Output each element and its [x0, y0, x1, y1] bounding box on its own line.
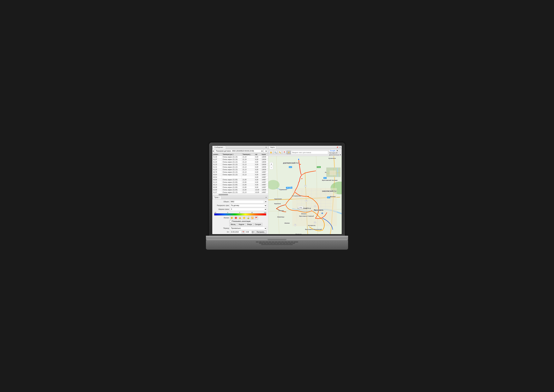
- key: [273, 243, 276, 244]
- cell-temp1: Очень жарко (21,00): [222, 186, 242, 189]
- map-close-icon[interactable]: ×: [339, 147, 341, 148]
- map-tool-marker[interactable]: 📍: [282, 151, 286, 154]
- map-label-kotoroslj: Которосль: [308, 225, 316, 226]
- map-tool-track[interactable]: ⚡: [287, 151, 291, 154]
- object-dropdown-icon[interactable]: ▼: [265, 201, 267, 203]
- icon-btn-5[interactable]: ⛳: [246, 216, 250, 220]
- from-cal-btn[interactable]: 📅: [242, 231, 244, 234]
- map-tool-ruler[interactable]: 📏: [278, 151, 282, 154]
- table-row[interactable]: 31,15 Очень жарко (21,13) 21,13 6,00 130…: [212, 168, 268, 171]
- map-type-arrow[interactable]: ▼: [336, 152, 338, 154]
- cell-temp1: [222, 176, 242, 178]
- messages-toolbar: ▶ Показания датчиков - 0002 (2019/05/23 …: [212, 149, 268, 153]
- road-badge-m8-1: М-8: [289, 166, 292, 168]
- cell-sat: 6,00: [254, 171, 261, 173]
- cell-inputs: 13039: [261, 158, 268, 161]
- period-select[interactable]: Произвольно: [230, 227, 267, 230]
- key: [264, 243, 267, 244]
- map-tool-zoom[interactable]: 🔍: [273, 151, 277, 154]
- table-row[interactable]: 32,00 Очень жарко (21,00) 21,00 10,00 13…: [212, 189, 268, 191]
- from-time-input[interactable]: [245, 231, 251, 234]
- table-row[interactable]: 30,56 Очень жарко (21,00) 21,00 6,00 140…: [212, 178, 268, 181]
- tracks-panel-arrow[interactable]: ▼: [265, 196, 268, 198]
- map-extra-label: Дополнительно: [329, 154, 339, 156]
- table-row[interactable]: 30,14 Очень жарко (21,00) 21,00 6,00 140…: [212, 183, 268, 186]
- map-label-kuznechikha: Кузнечихa: [328, 158, 336, 159]
- messages-filter-dropdown[interactable]: Показания датчиков - 0002 (2019/05/23 00…: [215, 149, 263, 153]
- btn-yesterday[interactable]: Вчера: [246, 223, 253, 226]
- messages-table-container[interactable]: уровен... Температура 1 Температу... sat…: [212, 153, 268, 194]
- map-container[interactable]: Stop 78К-0002 Кузнечихa ДЗЕРЖИНСКИЙ Р-Н …: [268, 156, 342, 234]
- icon-btn-2[interactable]: 🔴: [234, 216, 237, 220]
- icon-btn-4[interactable]: 🟡: [242, 216, 246, 220]
- icon-btn-3[interactable]: ⚠️: [238, 216, 242, 220]
- map-tab[interactable]: Карта: [269, 146, 276, 149]
- annotations-checkbox[interactable]: [229, 220, 231, 222]
- map-thumbnail: [326, 168, 340, 177]
- key: [259, 243, 263, 244]
- table-row[interactable]: 30,08 Очень жарко (21,00) 21,00 8,00 140…: [212, 186, 268, 189]
- map-indicator-5: ②: [294, 224, 296, 226]
- cell-temp2: 21,13: [242, 191, 254, 194]
- table-row[interactable]: 31,34 Очень жарко (21,13) 21,13 6,00 130…: [212, 161, 268, 163]
- map-label-yaroslavl-moskovsky: Ярославль Московский: [305, 229, 322, 230]
- table-row[interactable]: 31,33 Очень жарко (21,13) 21,13 6,00 130…: [212, 163, 268, 166]
- zoom-out-btn[interactable]: −: [270, 166, 273, 169]
- cell-sat: 6,00: [254, 168, 261, 171]
- messages-page-dropdown[interactable]: ▼: [264, 149, 268, 153]
- table-row[interactable]: 30,54 6,00 14087: [212, 176, 268, 178]
- btn-month[interactable]: Месяц: [229, 223, 237, 226]
- messages-tab-label: Сообщения: [214, 147, 223, 148]
- object-input[interactable]: [230, 200, 264, 203]
- map-extra-arrow[interactable]: ▼: [340, 154, 341, 156]
- table-row[interactable]: 30,64 Очень жарко (21,13) 21,13 6,00 140…: [212, 173, 268, 176]
- col-temp2: Температу...: [242, 153, 254, 156]
- color-select[interactable]: По датчику: [230, 204, 267, 207]
- cell-temp1: Очень жарко (21,00): [222, 183, 242, 186]
- messages-panel-arrow[interactable]: ▼: [265, 147, 268, 148]
- tracks-close-icon[interactable]: ×: [219, 197, 220, 198]
- map-tool-hand[interactable]: ✋: [269, 151, 273, 154]
- icon-btn-1[interactable]: 😊: [230, 216, 233, 220]
- cell-sat: 6,00: [254, 178, 261, 181]
- cell-level: 30,14: [212, 183, 222, 186]
- key: [267, 243, 270, 244]
- btn-week[interactable]: Неделя: [237, 223, 246, 226]
- messages-tab[interactable]: Сообщения ×: [213, 146, 226, 149]
- width-select[interactable]: 3: [230, 208, 267, 211]
- map-pin-icon[interactable]: 📌: [336, 147, 339, 148]
- table-row[interactable]: 31,31 Очень жарко (21,13) 21,13 6,00 130…: [212, 166, 268, 168]
- table-row[interactable]: 31,37 Очень жарко (21,19) 21,19 6,00 130…: [212, 158, 268, 161]
- map-label-yaroslavl: Ярославль: [314, 209, 323, 211]
- table-row[interactable]: 31,57 Очень жарко (21,13) 21,13 10,00 14…: [212, 191, 268, 194]
- map-search-input[interactable]: [291, 151, 328, 154]
- cell-level: 30,54: [212, 176, 222, 178]
- icon-btn-7[interactable]: 🚩: [255, 216, 258, 220]
- btn-today[interactable]: Сегодня: [253, 223, 262, 226]
- from-spin-down[interactable]: ▼: [252, 232, 254, 233]
- road-badge-m8-2: М-8: [323, 177, 327, 179]
- table-row[interactable]: 31,36 Очень жарко (21,19) 21,19 6,00 130…: [212, 156, 268, 158]
- tracks-tab[interactable]: Треки ×: [213, 196, 222, 199]
- cell-inputs: 14087: [261, 181, 268, 183]
- map-label-zavolzhsky: ЗАВОЛЖСКИЙ Р-Н: [322, 190, 336, 192]
- messages-close-icon[interactable]: ×: [223, 147, 224, 148]
- from-date-input[interactable]: [230, 231, 241, 234]
- build-button[interactable]: Построить: [255, 231, 266, 234]
- map-type-controls: Google ▼ Тип карты ▼ Дополнительно ▼: [329, 149, 341, 156]
- from-spin-up[interactable]: ▲: [252, 231, 254, 232]
- horizontal-scrollbar[interactable]: [212, 194, 268, 196]
- map-label-polyanski: Полянки: [296, 233, 301, 234]
- cell-temp1: Очень жарко (21,13): [222, 163, 242, 166]
- cell-temp2: 21,00: [242, 189, 254, 191]
- color-gradient-bar: [214, 213, 266, 216]
- cell-temp2: 21,13: [242, 163, 254, 166]
- zoom-in-btn[interactable]: +: [270, 162, 273, 166]
- icon-btn-6[interactable]: 🔁: [250, 216, 254, 220]
- cell-sat: 6,00: [254, 158, 261, 161]
- width-label: Ширина трека:: [214, 208, 229, 210]
- cell-temp2: 21,19: [242, 156, 254, 158]
- google-dropdown-icon[interactable]: ▼: [337, 150, 338, 152]
- table-row[interactable]: 30,78 Очень жарко (21,13) 21,13 6,00 140…: [212, 171, 268, 173]
- table-row[interactable]: 31,13 Очень жарко (21,00) 21,00 6,00 140…: [212, 181, 268, 183]
